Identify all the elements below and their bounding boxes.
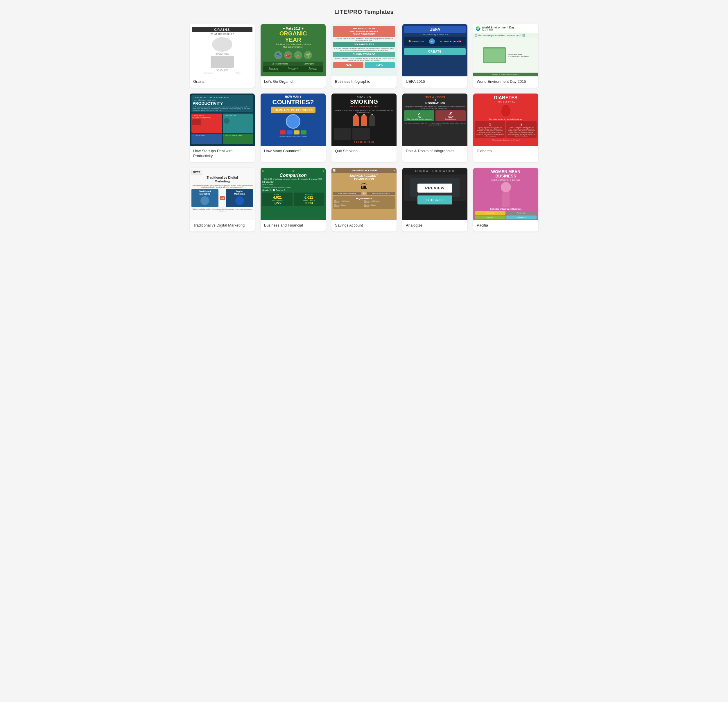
card-pacifia-thumb: WOMEN MEANBUSINESS Statistics of Women i… [473,168,538,220]
card-pacifia[interactable]: WOMEN MEANBUSINESS Statistics of Women i… [473,168,538,231]
organic-label: Let's Go Organic! [261,77,326,88]
card-uefa-thumb: UEFA Champions League Finals 2015 🇮🇹 JUV… [402,24,467,77]
card-business[interactable]: THE REAL COST OFTRADITIONAL BUSINESSFILI… [331,24,397,88]
card-marketing-thumb: NEWS Traditional vs DigitalMarketing Bus… [190,168,255,220]
business-create-btn[interactable]: CREATE [347,52,381,61]
card-diabetes[interactable]: DIABETES TYPE 1 vs TYPE2 Two major cause… [473,94,538,162]
analogize-create-btn[interactable]: CREATE [417,195,452,205]
card-dos-donts[interactable]: Do's & Don'ts ofINFOGRAPHICS Infographic… [402,94,467,162]
card-marketing[interactable]: NEWS Traditional vs DigitalMarketing Bus… [190,168,255,231]
card-business-thumb: THE REAL COST OFTRADITIONAL BUSINESSFILI… [331,24,397,77]
card-organic[interactable]: ✦ Make 2015 ✦ ORGANICYEAR The New Year's… [261,24,326,88]
card-financial-thumb: $ $ $ Comparison Q1 & Q2 of industry bet… [261,168,326,220]
card-organic-thumb: ✦ Make 2015 ✦ ORGANICYEAR The New Year's… [261,24,326,77]
card-world-env-thumb: 🌍 World Environment Day June 5, 2015 🔄 H… [473,24,538,77]
business-label: Business Infographic [331,77,397,88]
card-uefa[interactable]: UEFA Champions League Finals 2015 🇮🇹 JUV… [402,24,467,88]
countries-label: How Many Countries? [261,146,326,157]
diabetes-label: Diabetes [473,146,538,157]
world-env-label: World Environment Day 2015 [473,77,538,88]
smoking-label: Quit Smoking [331,146,397,157]
organic-create-btn[interactable]: CREATE [276,52,311,61]
organic-preview-btn[interactable]: PREVIEW [276,40,311,49]
page-title: LITE/PRO Templates [6,9,722,15]
uefa-create-visible[interactable]: CREATE [404,48,466,55]
grains-create-btn[interactable]: CREATE [205,52,240,61]
card-startups[interactable]: ○ MANAGING TIME & RESOURCES How startups… [190,94,255,162]
card-grains[interactable]: GRAINS WHAT ARE GRAINS ? BROWN RICE GROA… [190,24,255,88]
pacifia-label: Pacifia [473,220,538,231]
analogize-label: Analogize [402,220,467,231]
card-grains-thumb: GRAINS WHAT ARE GRAINS ? BROWN RICE GROA… [190,24,255,77]
startups-label: How Startups Deal with Productivity [190,146,255,162]
startups-create-btn[interactable]: CREATE [205,121,240,130]
dos-create-btn[interactable]: CREATE [417,121,452,130]
world-preview-btn[interactable]: PREVIEW [488,40,523,49]
smoking-preview-btn[interactable]: PREVIEW [347,109,381,118]
diabetes-preview-btn[interactable]: PREVIEW [488,109,523,118]
card-dos-donts-thumb: Do's & Don'ts ofINFOGRAPHICS Infographic… [402,94,467,146]
startups-preview-btn[interactable]: PREVIEW [205,109,240,118]
savings-label: Savings Account [331,220,397,231]
marketing-preview-btn[interactable]: PREVIEW [205,183,240,192]
dos-preview-btn[interactable]: PREVIEW [417,109,452,118]
smoking-create-btn[interactable]: CREATE [347,121,381,130]
analogize-preview-btn[interactable]: PREVIEW [417,183,452,192]
dos-donts-label: Do's & Don'ts of Infographics [402,146,467,157]
card-smoking[interactable]: SMOKING SMOKING PROUD TO BE A QUITTER Sm… [331,94,397,162]
card-smoking-thumb: SMOKING SMOKING PROUD TO BE A QUITTER Sm… [331,94,397,146]
card-countries-thumb: HOW MANY COUNTRIES? THERE ARE 196 COUNTR… [261,94,326,146]
card-countries[interactable]: HOW MANY COUNTRIES? THERE ARE 196 COUNTR… [261,94,326,162]
card-diabetes-thumb: DIABETES TYPE 1 vs TYPE2 Two major cause… [473,94,538,146]
diabetes-create-btn[interactable]: CREATE [488,121,523,130]
card-savings[interactable]: 📊 SAVINGS ACCOUNT ≡ SAVINGS ACCOUNTCOMPA… [331,168,397,231]
card-analogize[interactable]: FORMAL EDUCATION PREVIEW CREATE Analogiz… [402,168,467,231]
pacifia-create-btn[interactable]: CREATE [488,195,523,205]
card-world-env[interactable]: 🌍 World Environment Day June 5, 2015 🔄 H… [473,24,538,88]
grains-label: Grains [190,77,255,88]
card-startups-thumb: ○ MANAGING TIME & RESOURCES How startups… [190,94,255,146]
countries-create-btn[interactable]: CREATE [276,121,311,130]
financial-label: Business and Financial [261,220,326,231]
uefa-label: UEFA 2015 [402,77,467,88]
financial-create-btn[interactable]: CREATE [276,195,311,205]
savings-preview-btn[interactable]: PREVIEW [347,183,381,192]
analogize-persistent-overlay: PREVIEW CREATE [402,168,467,220]
template-grid: GRAINS WHAT ARE GRAINS ? BROWN RICE GROA… [190,24,538,231]
world-create-btn[interactable]: CREATE [488,52,523,61]
countries-preview-btn[interactable]: PREVIEW [276,109,311,118]
marketing-create-btn[interactable]: CREATE [205,195,240,205]
pacifia-preview-btn[interactable]: PREVIEW [488,183,523,192]
card-savings-thumb: 📊 SAVINGS ACCOUNT ≡ SAVINGS ACCOUNTCOMPA… [331,168,397,220]
business-preview-btn[interactable]: PREVIEW [347,40,381,49]
card-analogize-thumb: FORMAL EDUCATION PREVIEW CREATE [402,168,467,220]
grains-preview-btn[interactable]: PREVIEW [205,40,240,49]
marketing-label: Traditional vs Digital Marketing [190,220,255,231]
financial-preview-btn[interactable]: PREVIEW [276,183,311,192]
savings-create-btn[interactable]: CREATE [347,195,381,205]
card-financial[interactable]: $ $ $ Comparison Q1 & Q2 of industry bet… [261,168,326,231]
